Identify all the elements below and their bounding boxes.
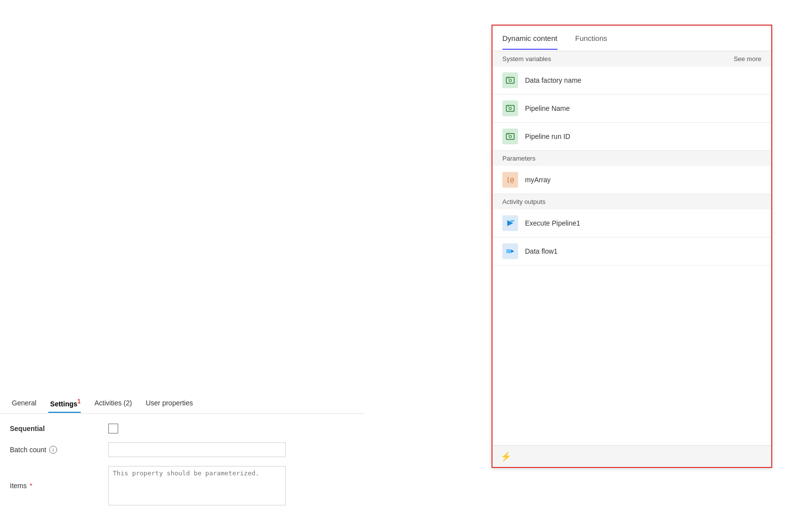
- svg-rect-9: [506, 249, 511, 253]
- data-flow1-icon: [502, 243, 518, 259]
- list-item-data-flow1[interactable]: Data flow1: [492, 237, 771, 266]
- system-variables-see-more[interactable]: See more: [734, 55, 761, 63]
- my-array-icon: [@]: [502, 172, 518, 188]
- settings-form: Sequential Batch count i Items *: [0, 414, 364, 532]
- svg-marker-10: [511, 250, 514, 253]
- batch-count-info-icon[interactable]: i: [49, 446, 57, 454]
- list-item-pipeline-run-id[interactable]: Pipeline run ID: [492, 123, 771, 151]
- batch-count-label: Batch count i: [10, 446, 108, 454]
- activity-outputs-header: Activity outputs: [492, 194, 771, 209]
- svg-rect-0: [506, 77, 514, 83]
- list-item-my-array[interactable]: [@] myArray: [492, 166, 771, 194]
- svg-point-5: [509, 135, 512, 138]
- batch-count-input[interactable]: [108, 442, 286, 457]
- list-item-pipeline-name[interactable]: Pipeline Name: [492, 95, 771, 123]
- svg-rect-4: [506, 133, 514, 139]
- batch-count-row: Batch count i: [10, 442, 355, 457]
- items-label: Items *: [10, 482, 108, 490]
- tab-functions[interactable]: Functions: [575, 27, 617, 49]
- svg-rect-8: [510, 220, 514, 222]
- items-required: *: [30, 482, 32, 490]
- parameters-header: Parameters: [492, 151, 771, 166]
- svg-point-1: [509, 79, 512, 82]
- settings-badge: 1: [77, 398, 81, 405]
- pipeline-name-icon: [502, 100, 518, 116]
- system-variables-header: System variables See more: [492, 51, 771, 66]
- execute-pipeline1-icon: [502, 215, 518, 231]
- tab-settings[interactable]: Settings1: [48, 393, 89, 413]
- lightning-icon: ⚡: [500, 451, 511, 462]
- svg-text:[@]: [@]: [506, 176, 515, 184]
- items-textarea[interactable]: [108, 466, 286, 505]
- list-item-data-factory-name[interactable]: Data factory name: [492, 66, 771, 95]
- tabs-bar: General Settings1 Activities (2) User pr…: [0, 392, 364, 414]
- panel-tabs: Dynamic content Functions: [492, 26, 771, 51]
- tab-general[interactable]: General: [10, 394, 44, 412]
- sequential-checkbox[interactable]: [108, 424, 118, 433]
- tab-dynamic-content[interactable]: Dynamic content: [502, 27, 567, 49]
- data-factory-name-icon: [502, 72, 518, 88]
- pipeline-run-id-icon: [502, 129, 518, 144]
- sequential-label: Sequential: [10, 425, 108, 432]
- sequential-row: Sequential: [10, 424, 355, 433]
- dynamic-content-panel: Dynamic content Functions System variabl…: [492, 25, 772, 468]
- tab-activities[interactable]: Activities (2): [93, 394, 140, 412]
- tab-user-properties[interactable]: User properties: [144, 394, 201, 412]
- svg-point-3: [509, 107, 512, 110]
- main-area: General Settings1 Activities (2) User pr…: [0, 0, 364, 532]
- panel-bottom-bar: ⚡: [492, 445, 771, 467]
- list-item-execute-pipeline1[interactable]: Execute Pipeline1: [492, 209, 771, 237]
- items-row: Items *: [10, 466, 355, 505]
- svg-rect-2: [506, 105, 514, 111]
